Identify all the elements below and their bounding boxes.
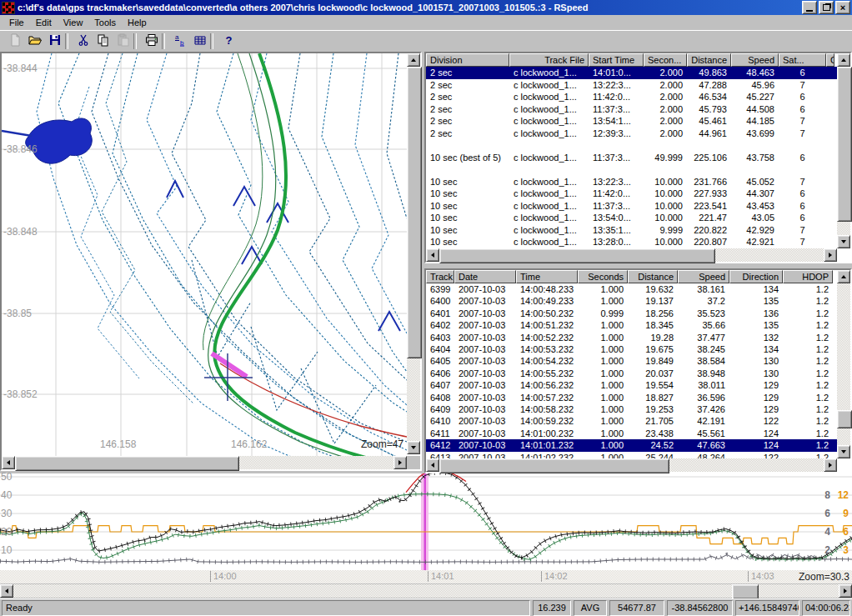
graph-scroll-left-button[interactable]	[0, 584, 13, 598]
table-row[interactable]: 64082007-10-0314:00:57.2321.00018.82736.…	[426, 392, 837, 403]
division-hscroll-thumb[interactable]	[439, 248, 715, 263]
table-row[interactable]: 64122007-10-0314:01:01.2321.00024.5247.6…	[426, 439, 837, 451]
menu-edit[interactable]: Edit	[30, 17, 58, 28]
points-vscroll-thumb[interactable]	[837, 410, 852, 428]
map-vscroll-thumb[interactable]	[407, 67, 422, 358]
menu-view[interactable]: View	[58, 17, 89, 28]
points-hscroll-thumb[interactable]	[439, 458, 669, 473]
table-row[interactable]: 10 secc lockwood_1...13:22:3...10.000231…	[426, 176, 837, 188]
column-header-starttime[interactable]: Start Time	[589, 53, 644, 67]
column-header-hdop[interactable]: HDOP	[783, 270, 833, 283]
division-scroll-right-button[interactable]	[824, 248, 837, 262]
table-row[interactable]: 2 secc lockwood_1...13:54:1...2.00045.46…	[426, 115, 837, 128]
table-row[interactable]: 64092007-10-0314:00:58.2321.00019.25337.…	[426, 403, 837, 415]
map-scroll-right-button[interactable]	[393, 456, 407, 469]
column-header-speed[interactable]: Speed	[731, 53, 779, 67]
title-bar[interactable]: c:\df's data\gps trackmaker\saveddata\co…	[0, 0, 852, 15]
division-hscrollbar[interactable]	[426, 248, 837, 262]
division-vscrollbar[interactable]	[837, 53, 850, 248]
graph-hscrollbar[interactable]	[0, 584, 852, 598]
table-row[interactable]: 64052007-10-0314:00:54.2321.00019.84938.…	[426, 355, 837, 367]
copy-button[interactable]	[91, 32, 111, 51]
table-row[interactable]: 64132007-10-0314:01:02.2321.00025.24448.…	[426, 452, 837, 458]
division-scroll-down-button[interactable]	[837, 235, 850, 248]
column-header-time[interactable]: Time	[516, 270, 578, 283]
column-header-c[interactable]: C	[826, 53, 834, 67]
menu-help[interactable]: Help	[122, 17, 153, 28]
column-header-speed[interactable]: Speed	[678, 270, 729, 283]
points-hscrollbar[interactable]	[426, 458, 837, 472]
table-row[interactable]: 64072007-10-0314:00:56.2321.00019.55438.…	[426, 379, 837, 391]
table-row[interactable]: 10 secc lockwood_1...13:54:0...10.000221…	[426, 212, 837, 224]
table-row[interactable]	[426, 139, 837, 152]
table-row[interactable]: 2 secc lockwood_1...11:42:0...2.00046.53…	[426, 91, 837, 103]
column-header-date[interactable]: Date	[454, 270, 516, 283]
column-header-division[interactable]: Division	[426, 53, 509, 67]
table-row[interactable]: 63992007-10-0314:00:48.2331.00019.63238.…	[426, 283, 837, 295]
points-scroll-right-button[interactable]	[824, 458, 837, 472]
points-scroll-down-button[interactable]	[837, 445, 850, 458]
table-row[interactable]: 2 secc lockwood_1...14:01:0...2.00049.86…	[426, 67, 837, 79]
column-header-track[interactable]: Track	[426, 270, 454, 283]
menu-file[interactable]: File	[3, 17, 30, 28]
print-button[interactable]	[139, 32, 159, 51]
map-hscroll-thumb[interactable]	[15, 456, 239, 471]
table-row[interactable]: 64112007-10-0314:01:00.2321.00023.43845.…	[426, 428, 837, 439]
help-button[interactable]: ?	[216, 32, 236, 51]
points-table-header[interactable]: TrackDateTimeSecondsDistanceSpeedDirecti…	[426, 270, 833, 283]
table-row[interactable]: 2 secc lockwood_1...12:39:3...2.00044.96…	[426, 128, 837, 140]
division-table-header[interactable]: DivisionTrack FileStart TimeSecon...Dist…	[426, 53, 834, 67]
map-hscrollbar[interactable]	[2, 456, 407, 469]
division-vscroll-thumb[interactable]	[837, 67, 852, 222]
column-header-distance[interactable]: Distance	[628, 270, 678, 283]
table-row[interactable]: 10 secc lockwood_1...13:28:0...10.000220…	[426, 236, 837, 248]
time-cursor-line	[424, 473, 427, 570]
table-row[interactable]: 64002007-10-0314:00:49.2331.00019.13737.…	[426, 295, 837, 307]
table-row[interactable]: 10 sec (best of 5)c lockwood_1...11:37:3…	[426, 152, 837, 164]
map-canvas[interactable]	[2, 53, 407, 456]
map-vscrollbar[interactable]	[407, 53, 420, 454]
column-header-seconds[interactable]: Seconds	[578, 270, 628, 283]
division-scroll-up-button[interactable]	[837, 53, 850, 67]
table-row[interactable]: 2 secc lockwood_1...13:22:3...2.00047.28…	[426, 79, 837, 92]
table-row[interactable]	[426, 163, 837, 176]
map-scroll-down-button[interactable]	[407, 441, 420, 454]
table-row[interactable]: 64062007-10-0314:00:55.2321.00020.03738.…	[426, 368, 837, 379]
points-scroll-left-button[interactable]	[426, 458, 439, 472]
speed-graph-canvas[interactable]	[0, 473, 852, 583]
division-table-body[interactable]: 2 secc lockwood_1...14:01:0...2.00049.86…	[426, 67, 837, 248]
division-scroll-left-button[interactable]	[426, 248, 439, 262]
column-header-distance[interactable]: Distance	[687, 53, 731, 67]
column-header-trackfile[interactable]: Track File	[509, 53, 589, 67]
table-row[interactable]: 64012007-10-0314:00:50.2320.99918.25635.…	[426, 308, 837, 319]
table-row[interactable]: 64102007-10-0314:00:59.2321.00021.70542.…	[426, 415, 837, 427]
speed-graph[interactable]: 504030201086421296314:0014:0114:0214:03 …	[0, 473, 852, 583]
cell: 2007-10-03	[454, 295, 516, 307]
table-row[interactable]: 64042007-10-0314:00:53.2321.00019.67538.…	[426, 343, 837, 355]
save-button[interactable]	[43, 32, 63, 51]
points-vscrollbar[interactable]	[837, 270, 850, 458]
table-row[interactable]: 10 secc lockwood_1...11:37:3...10.000223…	[426, 200, 837, 213]
restore-button[interactable]	[819, 1, 834, 14]
map-scroll-up-button[interactable]	[407, 53, 420, 67]
minimize-button[interactable]	[802, 1, 817, 14]
grid-button[interactable]	[188, 32, 208, 51]
table-row[interactable]: 10 secc lockwood_1...11:42:0...10.000227…	[426, 188, 837, 200]
open-button[interactable]	[23, 32, 43, 51]
close-button[interactable]: ×	[835, 1, 850, 14]
menu-tools[interactable]: Tools	[88, 17, 122, 28]
column-header-secon[interactable]: Secon...	[644, 53, 687, 67]
table-row[interactable]: 64032007-10-0314:00:52.2321.00019.2837.4…	[426, 332, 837, 343]
sort-button[interactable]: ab	[168, 32, 188, 51]
table-row[interactable]: 10 secc lockwood_1...13:35:1...9.999220.…	[426, 224, 837, 237]
cut-button[interactable]	[71, 32, 91, 51]
map-scroll-left-button[interactable]	[2, 456, 15, 469]
table-row[interactable]: 64022007-10-0314:00:51.2321.00018.34535.…	[426, 319, 837, 331]
points-table-body[interactable]: 63992007-10-0314:00:48.2331.00019.63238.…	[426, 283, 837, 458]
points-scroll-up-button[interactable]	[837, 270, 850, 283]
graph-scroll-right-button[interactable]	[839, 584, 852, 598]
table-row[interactable]: 2 secc lockwood_1...11:37:3...2.00045.79…	[426, 103, 837, 116]
graph-hscroll-thumb[interactable]	[732, 584, 759, 599]
column-header-sat[interactable]: Sat...	[779, 53, 826, 67]
column-header-direction[interactable]: Direction	[729, 270, 783, 283]
